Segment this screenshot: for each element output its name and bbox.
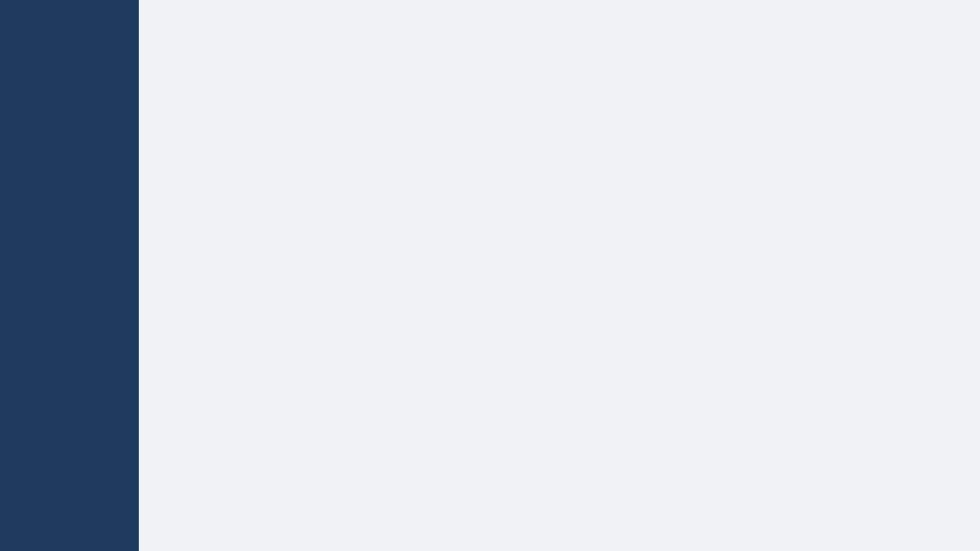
sidebar (0, 0, 139, 551)
